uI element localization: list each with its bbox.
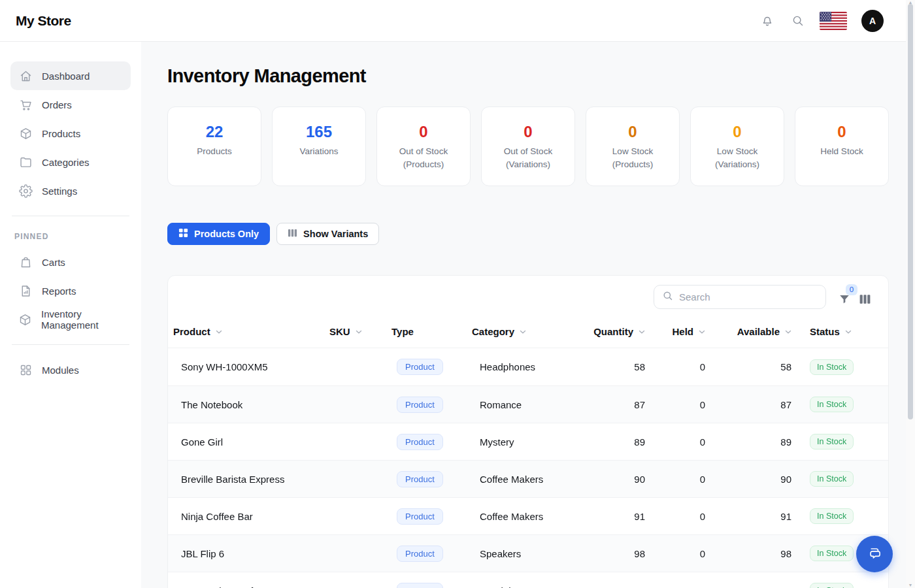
column-header-label: SKU bbox=[329, 326, 350, 337]
status-badge: In Stock bbox=[810, 397, 854, 412]
grid-icon bbox=[18, 363, 33, 377]
scrollbar-down-arrow[interactable]: ▼ bbox=[908, 583, 913, 587]
sidebar-item-label: Modules bbox=[42, 365, 79, 376]
status-badge: In Stock bbox=[810, 546, 854, 561]
sidebar-item-products[interactable]: Products bbox=[10, 119, 131, 148]
held-cell: 0 bbox=[649, 436, 709, 448]
search-input[interactable] bbox=[679, 291, 818, 302]
status-cell: In Stock bbox=[795, 397, 888, 412]
column-header-held[interactable]: Held bbox=[649, 326, 709, 337]
column-header-status[interactable]: Status bbox=[795, 326, 888, 337]
column-header-product[interactable]: Product bbox=[168, 326, 324, 337]
table-row[interactable]: Sony WH-1000XM5 Product Headphones 58 0 … bbox=[168, 348, 888, 385]
brand-logo[interactable]: My Store bbox=[16, 13, 71, 29]
column-header-label: Held bbox=[672, 326, 693, 337]
type-cell: Product bbox=[386, 508, 467, 525]
sidebar-item-orders[interactable]: Orders bbox=[10, 90, 131, 119]
held-cell: 0 bbox=[649, 399, 709, 410]
stat-card-held-stock: 0 Held Stock bbox=[795, 106, 889, 186]
sidebar-item-settings[interactable]: Settings bbox=[10, 176, 131, 205]
language-flag-us[interactable] bbox=[820, 12, 847, 30]
sidebar-item-categories[interactable]: Categories bbox=[10, 148, 131, 176]
status-cell: In Stock bbox=[795, 471, 888, 487]
available-cell: 58 bbox=[709, 361, 795, 372]
column-header-label: Status bbox=[810, 326, 840, 337]
table-row[interactable]: Breville Barista Express Product Coffee … bbox=[168, 460, 888, 497]
quantity-cell: 58 bbox=[592, 361, 649, 372]
column-header-quantity[interactable]: Quantity bbox=[592, 326, 649, 337]
status-badge: In Stock bbox=[810, 434, 854, 449]
stat-label: Out of Stock (Variations) bbox=[488, 145, 568, 172]
column-header-type[interactable]: Type bbox=[386, 326, 467, 337]
search-icon[interactable] bbox=[790, 13, 805, 29]
table-row[interactable]: JBL Flip 6 Product Speakers 98 0 98 In S… bbox=[168, 534, 888, 572]
held-cell: 0 bbox=[649, 548, 709, 559]
columns-small-icon bbox=[288, 228, 297, 240]
type-cell: Product bbox=[386, 546, 467, 562]
stat-card-products: 22 Products bbox=[167, 106, 261, 186]
type-badge: Product bbox=[397, 359, 443, 375]
sidebar-item-inventory-management[interactable]: Inventory Management bbox=[10, 305, 131, 334]
sidebar-item-label: Orders bbox=[42, 99, 72, 110]
columns-button[interactable] bbox=[859, 287, 871, 308]
table-header-row: Product SKU Type Category Quantity Held … bbox=[168, 316, 888, 348]
column-header-category[interactable]: Category bbox=[467, 326, 592, 337]
status-cell: In Stock bbox=[795, 434, 888, 449]
product-name-cell: Gone Girl bbox=[168, 436, 324, 448]
chevron-down-icon bbox=[637, 327, 646, 336]
table-search-box[interactable] bbox=[654, 285, 826, 309]
table-tools: 0 bbox=[838, 287, 871, 308]
stat-label: Variations bbox=[279, 145, 359, 158]
table-toolbar: 0 bbox=[168, 276, 888, 316]
product-name-cell: JBL Flip 6 bbox=[168, 548, 324, 559]
show-variants-button[interactable]: Show Variants bbox=[276, 223, 379, 245]
table-row[interactable]: The Notebook Product Romance 87 0 87 In … bbox=[168, 385, 888, 423]
page-scrollbar[interactable]: ▲ ▼ bbox=[906, 0, 915, 588]
table-row[interactable]: Bose QuietComfort 45 Product Headphones … bbox=[168, 572, 888, 588]
view-toggle: Products Only Show Variants bbox=[167, 223, 889, 245]
available-cell: 89 bbox=[709, 436, 795, 448]
sidebar-item-label: Carts bbox=[42, 257, 65, 268]
folder-icon bbox=[18, 155, 33, 169]
quantity-cell: 110 bbox=[592, 585, 649, 588]
chat-bubbles-icon bbox=[866, 544, 883, 564]
stat-card-low-stock-(variations): 0 Low Stock (Variations) bbox=[690, 106, 784, 186]
column-header-label: Quantity bbox=[593, 326, 633, 337]
search-icon bbox=[662, 290, 673, 304]
scrollbar-thumb[interactable] bbox=[908, 4, 913, 419]
table-row[interactable]: Gone Girl Product Mystery 89 0 89 In Sto… bbox=[168, 423, 888, 460]
column-header-available[interactable]: Available bbox=[709, 326, 795, 337]
type-cell: Product bbox=[386, 359, 467, 375]
products-only-button[interactable]: Products Only bbox=[167, 223, 270, 245]
column-header-label: Type bbox=[391, 326, 414, 337]
filter-button[interactable]: 0 bbox=[838, 287, 851, 308]
stat-label: Held Stock bbox=[802, 145, 882, 158]
product-name-cell: Sony WH-1000XM5 bbox=[168, 361, 324, 372]
status-badge: In Stock bbox=[810, 583, 854, 588]
chat-widget-button[interactable] bbox=[856, 536, 893, 572]
chevron-down-icon bbox=[214, 327, 224, 336]
user-avatar[interactable]: A bbox=[861, 10, 884, 32]
column-header-sku[interactable]: SKU bbox=[324, 326, 386, 337]
sidebar-item-carts[interactable]: Carts bbox=[10, 248, 131, 276]
stats-row: 22 Products 165 Variations 0 Out of Stoc… bbox=[167, 106, 889, 186]
sidebar-item-reports[interactable]: Reports bbox=[10, 276, 131, 305]
sidebar-item-dashboard[interactable]: Dashboard bbox=[10, 61, 131, 90]
type-cell: Product bbox=[386, 397, 467, 413]
sidebar-item-label: Settings bbox=[42, 186, 77, 197]
table-row[interactable]: Ninja Coffee Bar Product Coffee Makers 9… bbox=[168, 497, 888, 534]
available-cell: 90 bbox=[709, 474, 795, 485]
stat-value: 165 bbox=[279, 123, 359, 141]
sidebar-divider bbox=[12, 216, 129, 216]
sidebar-pinned: Carts Reports Inventory Management bbox=[10, 248, 131, 334]
report-icon bbox=[18, 284, 33, 298]
category-cell: Mystery bbox=[467, 436, 592, 448]
chevron-down-icon bbox=[518, 327, 527, 336]
stat-value: 0 bbox=[488, 123, 568, 141]
sidebar-item-modules[interactable]: Modules bbox=[10, 355, 131, 384]
stat-label: Low Stock (Variations) bbox=[697, 145, 777, 172]
notifications-bell-icon[interactable] bbox=[759, 13, 775, 29]
category-cell: Coffee Makers bbox=[467, 511, 592, 522]
available-cell: 87 bbox=[709, 399, 795, 410]
sidebar-footer: Modules bbox=[10, 355, 131, 384]
